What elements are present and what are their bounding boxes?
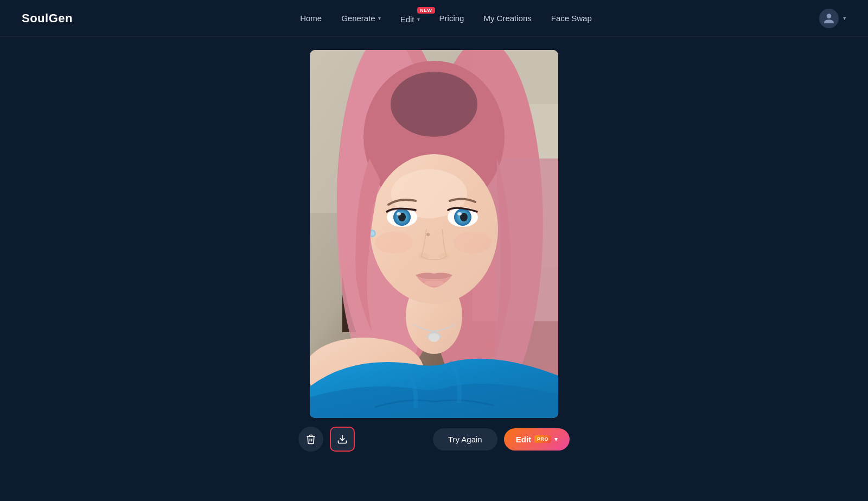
edit-chevron-icon: ▾ [554, 436, 558, 443]
pro-badge: PRO [534, 435, 551, 443]
svg-point-33 [429, 333, 439, 342]
trash-icon [305, 434, 316, 445]
edit-new-badge: NEW [417, 7, 435, 14]
portrait-svg [310, 50, 558, 418]
nav-edit[interactable]: Edit NEW ▾ [400, 12, 420, 24]
nav-links: Home Generate ▾ Edit NEW ▾ Pricing My Cr… [300, 12, 592, 24]
main-content: Try Again Edit PRO ▾ [0, 37, 868, 501]
delete-button[interactable] [298, 427, 323, 452]
try-again-label: Try Again [448, 435, 482, 444]
generated-image-container [310, 50, 558, 418]
action-buttons: Try Again Edit PRO ▾ [298, 427, 570, 452]
svg-point-12 [391, 72, 477, 137]
nav-pricing[interactable]: Pricing [439, 14, 464, 23]
edit-chevron-icon: ▾ [417, 16, 420, 22]
download-icon [337, 434, 348, 445]
svg-point-34 [370, 154, 498, 304]
nav-home[interactable]: Home [300, 14, 322, 23]
user-icon [823, 12, 835, 24]
navbar-right: ▾ [819, 9, 846, 28]
edit-label: Edit [516, 435, 531, 444]
navbar: SoulGen Home Generate ▾ Edit NEW ▾ Prici… [0, 0, 868, 37]
nav-my-creations[interactable]: My Creations [483, 14, 531, 23]
nav-generate[interactable]: Generate ▾ [341, 14, 381, 23]
image-card: Try Again Edit PRO ▾ [298, 50, 570, 452]
try-again-button[interactable]: Try Again [433, 428, 497, 451]
user-chevron-icon[interactable]: ▾ [843, 15, 846, 22]
nav-face-swap[interactable]: Face Swap [551, 14, 592, 23]
generate-chevron-icon: ▾ [378, 15, 381, 21]
logo-text: SoulGen [22, 11, 73, 25]
logo[interactable]: SoulGen [22, 11, 73, 26]
edit-pro-button[interactable]: Edit PRO ▾ [504, 428, 570, 451]
user-avatar[interactable] [819, 9, 839, 28]
download-button[interactable] [330, 427, 355, 452]
